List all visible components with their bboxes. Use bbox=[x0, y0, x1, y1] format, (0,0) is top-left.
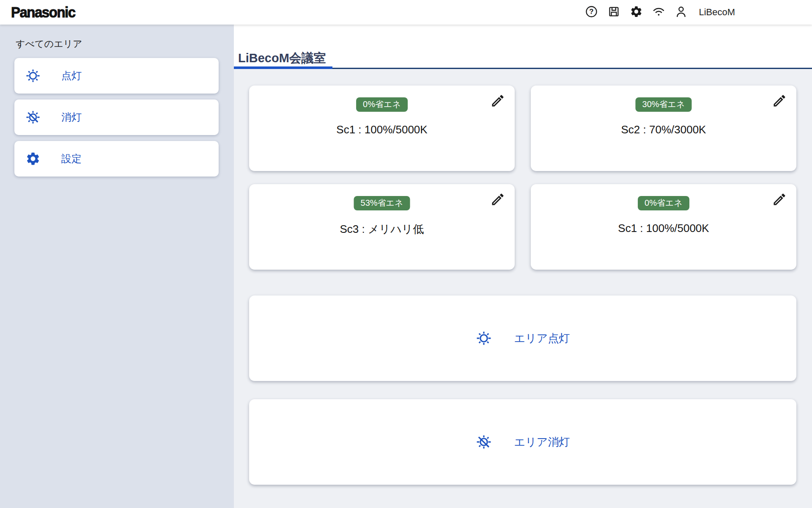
page-layout: すべてのエリア 点灯 bbox=[0, 25, 812, 508]
username-label: LiBecoM bbox=[699, 7, 735, 18]
sidebar-item-label: 設定 bbox=[61, 152, 82, 166]
gear-icon bbox=[25, 151, 41, 166]
area-content: 0%省エネ Sc1 : 100%/5000K 30%省エネ bbox=[234, 69, 812, 485]
scene-card-sc1[interactable]: 0%省エネ Sc1 : 100%/5000K bbox=[249, 86, 515, 171]
area-on-label: エリア点灯 bbox=[514, 331, 570, 346]
edit-scene-button[interactable] bbox=[490, 192, 505, 207]
pencil-icon bbox=[490, 103, 505, 110]
scene-label: Sc2 : 70%/3000K bbox=[531, 123, 796, 136]
pencil-icon bbox=[772, 202, 787, 208]
scene-label: Sc1 : 100%/5000K bbox=[531, 222, 796, 235]
help-button[interactable]: ? bbox=[584, 6, 598, 19]
sun-icon bbox=[476, 330, 492, 346]
save-button[interactable] bbox=[607, 6, 620, 19]
energy-saving-badge: 30%省エネ bbox=[636, 97, 692, 112]
edit-scene-button[interactable] bbox=[772, 192, 787, 207]
energy-saving-badge: 0%省エネ bbox=[638, 196, 689, 210]
sun-off-icon bbox=[25, 110, 41, 125]
area-off-button[interactable]: エリア消灯 bbox=[249, 399, 796, 485]
wifi-icon bbox=[652, 5, 665, 19]
topbar: Panasonic ? bbox=[0, 0, 812, 25]
panasonic-logo: Panasonic bbox=[11, 4, 75, 21]
energy-saving-badge: 0%省エネ bbox=[356, 97, 408, 112]
user-button[interactable] bbox=[674, 6, 688, 19]
sidebar-item-all-off[interactable]: 消灯 bbox=[14, 99, 219, 135]
wifi-button[interactable] bbox=[652, 6, 665, 19]
sidebar: すべてのエリア 点灯 bbox=[0, 25, 234, 508]
main-area: LiBecoM会議室 0%省エネ Sc1 : 100%/5000K bbox=[234, 25, 812, 508]
sidebar-title: すべてのエリア bbox=[16, 38, 234, 50]
pencil-icon bbox=[490, 202, 505, 208]
help-icon: ? bbox=[585, 5, 598, 19]
page-title: LiBecoM会議室 bbox=[234, 51, 332, 69]
sun-icon bbox=[25, 68, 41, 83]
energy-saving-badge: 53%省エネ bbox=[354, 196, 410, 210]
sidebar-item-settings[interactable]: 設定 bbox=[14, 141, 219, 177]
settings-button[interactable] bbox=[629, 6, 643, 19]
save-icon bbox=[607, 5, 620, 19]
area-header: LiBecoM会議室 bbox=[234, 25, 812, 69]
sidebar-item-label: 消灯 bbox=[61, 110, 82, 124]
area-off-label: エリア消灯 bbox=[514, 435, 570, 450]
svg-text:?: ? bbox=[589, 8, 593, 16]
scene-card-sc3[interactable]: 53%省エネ Sc3 : メリハリ低 bbox=[249, 184, 515, 270]
sun-off-icon bbox=[476, 434, 492, 450]
edit-scene-button[interactable] bbox=[772, 93, 787, 108]
user-account[interactable]: LiBecoM bbox=[674, 6, 735, 19]
scene-label: Sc1 : 100%/5000K bbox=[249, 123, 515, 136]
sidebar-item-all-on[interactable]: 点灯 bbox=[14, 58, 219, 94]
pencil-icon bbox=[772, 103, 787, 110]
sidebar-item-label: 点灯 bbox=[61, 69, 82, 83]
settings-icon bbox=[630, 5, 643, 19]
scene-label: Sc3 : メリハリ低 bbox=[249, 222, 515, 237]
user-icon bbox=[675, 5, 688, 19]
area-on-button[interactable]: エリア点灯 bbox=[249, 295, 796, 381]
scene-grid: 0%省エネ Sc1 : 100%/5000K 30%省エネ bbox=[249, 86, 796, 270]
topbar-actions: ? bbox=[584, 6, 735, 19]
scene-card-sc1-b[interactable]: 0%省エネ Sc1 : 100%/5000K bbox=[531, 184, 796, 270]
scene-card-sc2[interactable]: 30%省エネ Sc2 : 70%/3000K bbox=[531, 86, 796, 171]
edit-scene-button[interactable] bbox=[490, 93, 505, 108]
